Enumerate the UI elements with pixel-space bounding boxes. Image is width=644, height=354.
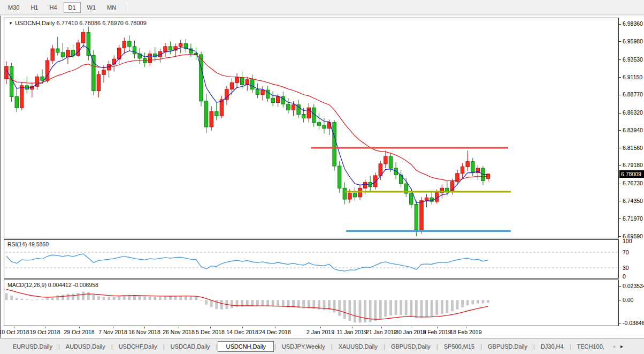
price-tick-label: 6.95980 <box>623 38 643 44</box>
rsi-axis-label: 70 <box>623 249 629 255</box>
tab-separator: | <box>111 343 113 350</box>
tab-separator: | <box>533 343 535 350</box>
date-tick-mark <box>113 327 113 328</box>
trading-terminal: M30H1H4D1W1MN ▼USDCNH,Daily 6.77410 6.78… <box>0 0 644 354</box>
tab-usdcad-daily[interactable]: USDCAD,Daily <box>165 342 216 351</box>
chart-title: ▼USDCNH,Daily 6.77410 6.78086 6.76970 6.… <box>9 20 147 26</box>
tab-gbpusd-daily[interactable]: GBPUSD,Daily <box>386 342 436 351</box>
rsi-indicator-panel[interactable] <box>4 239 619 278</box>
date-tick-mark <box>411 327 411 328</box>
tab-separator: | <box>480 343 482 350</box>
toolbar-separator <box>127 2 128 13</box>
timeframe-button-w1[interactable]: W1 <box>82 2 101 13</box>
price-tick-mark <box>619 236 621 237</box>
chart-ohlc-values: 6.77410 6.78086 6.76970 6.78009 <box>55 20 146 26</box>
timeframe-button-h4[interactable]: H4 <box>44 2 62 13</box>
timeframe-toolbar: M30H1H4D1W1MN <box>0 0 644 15</box>
tab-sp500-m15[interactable]: SP500,M15 <box>439 342 480 351</box>
rsi-axis-label: 30 <box>623 265 629 271</box>
price-tick-label: 6.69590 <box>623 233 643 239</box>
symbol-tab-bar: EURUSD,Daily|AUDUSD,Daily|USDCHF,Daily|U… <box>0 338 644 354</box>
tab-scroll-left-icon[interactable]: ◂ <box>612 343 615 349</box>
macd-axis-label: -0.038466 <box>623 320 644 326</box>
price-tick-mark <box>619 77 621 78</box>
date-tick-label: 21 Jan 2019 <box>366 329 397 335</box>
timeframe-button-h1[interactable]: H1 <box>26 2 43 13</box>
price-tick-mark <box>619 113 621 114</box>
date-tick-label: 7 Nov 2018 <box>98 329 127 335</box>
price-tick-mark <box>619 24 621 25</box>
tab-dj30-h4[interactable]: DJ30,H4 <box>535 342 569 351</box>
date-tick-label: 18 Feb 2019 <box>450 329 482 335</box>
rsi-axis-label: 100 <box>623 238 632 244</box>
tab-audusd-daily[interactable]: AUDUSD,Daily <box>60 342 111 351</box>
date-tick-label: 24 Dec 2018 <box>259 329 291 335</box>
tab-eurusd-daily[interactable]: EURUSD,Daily <box>7 342 58 351</box>
price-tick-mark <box>619 95 621 95</box>
date-tick-label: 8 Feb 2019 <box>423 329 451 335</box>
price-chart-panel[interactable] <box>4 18 619 238</box>
date-tick-mark <box>179 327 179 328</box>
tab-usdcnh-daily[interactable]: USDCNH,Daily <box>218 341 274 352</box>
macd-axis-label: 0.00 <box>623 297 633 303</box>
rsi-label: RSI(14) 49.5860 <box>7 241 49 247</box>
date-tick-mark <box>437 327 438 328</box>
macd-tick-mark <box>619 323 621 323</box>
date-tick-mark <box>210 327 211 328</box>
price-tick-mark <box>619 165 621 166</box>
tab-separator: | <box>384 343 385 350</box>
timeframe-button-m30[interactable]: M30 <box>3 2 24 13</box>
tab-separator: | <box>570 343 571 350</box>
price-tick-mark <box>619 41 621 42</box>
macd-tick-mark <box>619 300 621 300</box>
date-tick-label: 29 Oct 2018 <box>64 329 94 335</box>
date-tick-mark <box>275 327 275 328</box>
tab-scroll-right-icon[interactable]: ▸ <box>620 343 623 349</box>
tab-usdchf-daily[interactable]: USDCHF,Daily <box>113 342 163 351</box>
price-tick-label: 6.81560 <box>623 145 643 151</box>
date-tick-label: 11 Jan 2019 <box>336 329 367 335</box>
date-tick-mark <box>144 327 145 328</box>
price-tick-label: 6.88770 <box>623 91 643 97</box>
tab-separator: | <box>58 343 60 350</box>
date-tick-mark <box>320 327 321 328</box>
tab-separator: | <box>216 343 218 350</box>
price-tick-mark <box>619 201 621 201</box>
date-axis[interactable]: 10 Oct 201819 Oct 201829 Oct 20187 Nov 2… <box>1 327 644 338</box>
price-tick-mark <box>619 59 621 60</box>
tab-usdjpy-weekly[interactable]: USDJPY,Weekly <box>277 342 331 351</box>
date-tick-label: 30 Jan 2019 <box>395 329 426 335</box>
macd-tick-mark <box>619 286 621 287</box>
macd-axis-label: 0.023534 <box>623 283 644 289</box>
tab-separator: | <box>163 343 165 350</box>
date-tick-label: 19 Oct 2018 <box>29 329 60 335</box>
rsi-chart[interactable] <box>4 240 618 278</box>
price-tick-label: 6.86320 <box>623 109 643 116</box>
date-tick-label: 26 Nov 2018 <box>163 329 195 335</box>
timeframe-button-mn[interactable]: MN <box>102 2 121 13</box>
price-tick-mark <box>619 130 621 131</box>
current-price-badge: 6.78009 <box>619 170 644 178</box>
tab-separator: | <box>274 343 276 350</box>
tab-separator: | <box>436 343 438 350</box>
chart-dropdown-icon[interactable]: ▼ <box>9 21 13 26</box>
date-tick-mark <box>242 327 243 328</box>
date-tick-label: 16 Nov 2018 <box>128 329 160 335</box>
date-tick-label: 5 Dec 2018 <box>196 329 225 335</box>
price-tick-label: 6.98360 <box>623 20 643 27</box>
timeframe-button-d1[interactable]: D1 <box>64 2 81 13</box>
candlestick-chart[interactable] <box>4 18 618 238</box>
price-tick-label: 6.74350 <box>623 198 643 204</box>
date-tick-mark <box>14 327 14 328</box>
price-tick-label: 6.79180 <box>623 162 643 168</box>
price-tick-label: 6.93530 <box>623 56 643 63</box>
chart-symbol-label: USDCNH,Daily <box>15 20 55 26</box>
date-tick-mark <box>381 327 382 328</box>
price-tick-mark <box>619 219 621 219</box>
tab-gbpusd-daily[interactable]: GBPUSD,Daily <box>482 342 533 351</box>
tab-separator: | <box>331 343 333 350</box>
tab-tech100[interactable]: TECH100, <box>572 342 610 351</box>
tab-xauusd-daily[interactable]: XAUUSD,Daily <box>333 342 383 351</box>
date-tick-label: 2 Jan 2019 <box>306 329 334 335</box>
rsi-axis-label: 0 <box>623 273 626 280</box>
